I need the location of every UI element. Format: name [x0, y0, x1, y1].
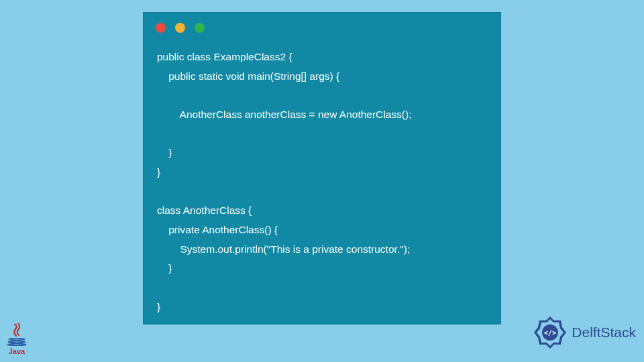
java-cup-icon [7, 338, 27, 346]
java-logo: Java [5, 323, 29, 358]
java-steam-icon [10, 323, 23, 338]
svg-text:</>: </> [544, 329, 556, 337]
code-line: } [157, 147, 172, 158]
code-line: class AnotherClass { [157, 204, 252, 216]
code-window: public class ExampleClass2 { public stat… [143, 12, 501, 324]
code-line: AnotherClass anotherClass = new AnotherC… [157, 109, 412, 120]
delftstack-badge-icon: </> [533, 315, 568, 350]
minimize-icon [175, 23, 185, 33]
delftstack-logo-text: DelftStack [572, 324, 636, 341]
java-logo-text: Java [9, 347, 25, 355]
code-line: } [157, 301, 160, 312]
code-line: } [157, 262, 172, 274]
code-line: System.out.println("This is a private co… [157, 243, 410, 255]
window-buttons [144, 13, 500, 38]
code-line: public class ExampleClass2 { [157, 51, 292, 62]
code-block: public class ExampleClass2 { public stat… [144, 38, 500, 316]
maximize-icon [195, 23, 205, 33]
delftstack-logo: </> DelftStack [533, 315, 636, 350]
code-line: private AnotherClass() { [157, 224, 278, 235]
close-icon [156, 23, 166, 33]
code-line: } [157, 166, 160, 178]
code-line: public static void main(String[] args) { [157, 70, 339, 82]
